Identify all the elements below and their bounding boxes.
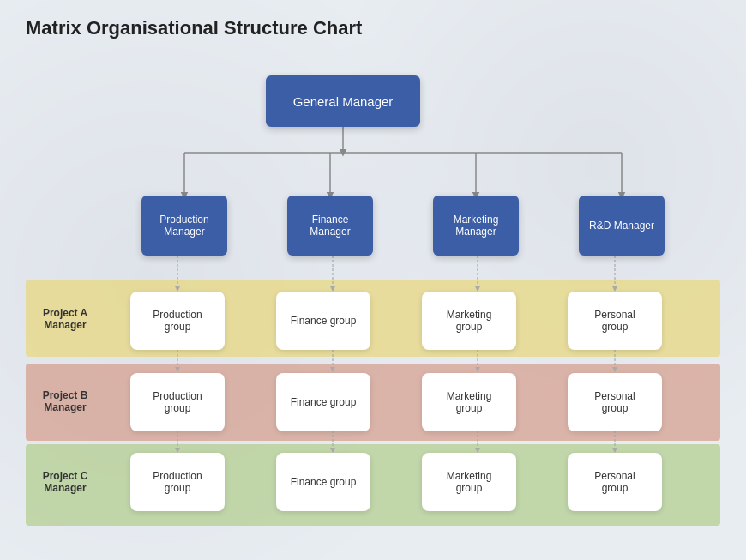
group-b-production-label: Productiongroup [153,390,202,414]
group-b-finance-label: Finance group [291,396,357,408]
group-c-production-label: Productiongroup [153,470,202,494]
group-c-production: Productiongroup [130,453,225,511]
general-manager-box: General Manager [266,75,420,127]
group-c-finance: Finance group [276,453,370,511]
group-c-finance-label: Finance group [291,476,357,488]
dept-rnd: R&D Manager [579,196,665,256]
project-b-manager-label: Project BManager [31,389,99,413]
dept-marketing: MarketingManager [433,196,519,256]
group-b-production: Productiongroup [130,373,225,431]
project-a-manager-label: Project AManager [31,307,99,331]
dept-production-label: ProductionManager [159,214,208,238]
group-a-production: Productiongroup [130,292,225,350]
general-manager-label: General Manager [293,94,394,109]
dept-marketing-label: MarketingManager [454,214,499,238]
group-c-personal: Personalgroup [568,453,662,511]
group-b-personal-label: Personalgroup [594,390,635,414]
group-a-finance: Finance group [276,292,370,350]
group-c-personal-label: Personalgroup [594,470,635,494]
group-a-personal-label: Personalgroup [594,309,635,333]
project-c-manager-label: Project CManager [31,470,99,494]
group-a-marketing-label: Marketinggroup [447,309,492,333]
dept-rnd-label: R&D Manager [589,220,654,232]
group-a-personal: Personalgroup [568,292,662,350]
group-a-finance-label: Finance group [291,315,357,327]
chart-title: Matrix Organisational Structure Chart [26,17,720,39]
group-b-marketing: Marketinggroup [422,373,516,431]
group-b-personal: Personalgroup [568,373,662,431]
group-b-finance: Finance group [276,373,370,431]
dept-finance: FinanceManager [287,196,373,256]
group-a-marketing: Marketinggroup [422,292,516,350]
group-b-marketing-label: Marketinggroup [447,390,492,414]
dept-finance-label: FinanceManager [310,214,350,238]
group-a-production-label: Productiongroup [153,309,202,333]
group-c-marketing-label: Marketinggroup [447,470,492,494]
dept-production: ProductionManager [141,196,227,256]
group-c-marketing: Marketinggroup [422,453,516,511]
